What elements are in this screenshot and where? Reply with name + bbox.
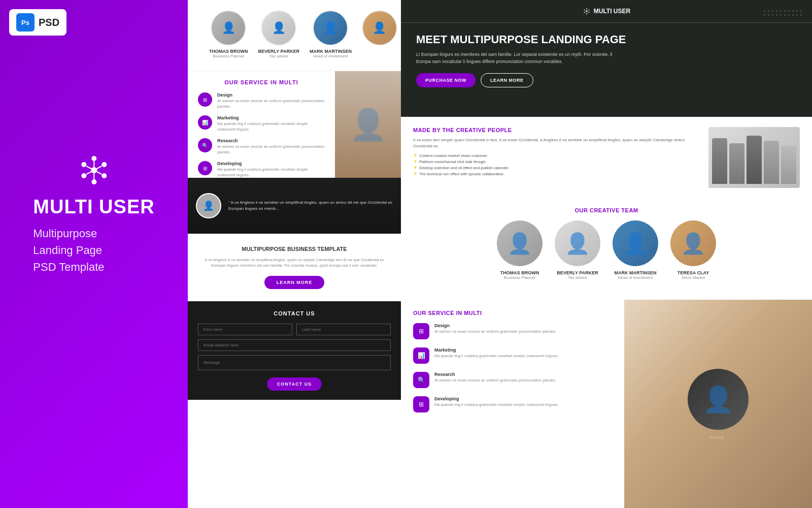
team-avatar-2: 👤 [555, 220, 600, 266]
main-content: 👤 THOMAS BROWN Business Planner 👤 BEVERL… [188, 0, 812, 508]
services-row: OUR SERVICE IN MULTI ⊞ Design At solmen … [188, 71, 401, 178]
ps-icon: Ps [16, 13, 35, 31]
svg-point-19 [584, 10, 585, 11]
services-right-section: OUR SERVICE IN MULTI ⊞ Design At solmen … [401, 300, 624, 508]
sidebar-logo: MULTI USER MultipurposeLanding PagePSD T… [33, 152, 154, 275]
last-name-input[interactable] [296, 324, 391, 335]
first-name-input[interactable] [198, 324, 292, 335]
learn-more-hero-button[interactable]: LEARN MORE [481, 73, 533, 87]
purchase-button[interactable]: PURCHASE NOW [416, 73, 476, 87]
service-right-design: ⊞ Design At solmen va esser recessi an u… [413, 323, 612, 339]
right-team-member-4: 👤 TERESA CLAY Stock Market [670, 220, 716, 280]
svg-point-6 [81, 162, 86, 167]
svg-point-14 [586, 8, 587, 9]
creative-section: MADE BY THE CREATIVE PEOPLE It va esser … [401, 117, 812, 198]
creative-bullets: Content curation market share customer. … [413, 153, 698, 176]
service-marketing: 📊 Marketing Ma quande ling li coalisce,g… [198, 115, 325, 132]
team-grid: 👤 THOMAS BROWN Business Planner 👤 BEVERL… [413, 220, 800, 280]
quote-section: 👤 " A un Angleso it va semblar un simpli… [188, 178, 401, 234]
service-right-developing: ⊞ Developing Ma quande ling li coalisce,… [413, 396, 612, 412]
sidebar-title: MULTI USER [33, 196, 154, 218]
right-team-member-3: 👤 MARK MARTINSEN Head of investment [613, 220, 658, 280]
hero-nav: MULTI USER [401, 0, 812, 23]
service-right-research: 🔍 Research At solmen va esser recessi an… [413, 372, 612, 388]
creative-team-image [708, 127, 800, 188]
preview-left: 👤 THOMAS BROWN Business Planner 👤 BEVERL… [188, 0, 401, 508]
ps-badge: Ps PSD [9, 9, 66, 36]
contact-form: CONTACT US [198, 324, 391, 391]
team-section-top: 👤 THOMAS BROWN Business Planner 👤 BEVERL… [188, 0, 401, 71]
team-member-2: 👤 BEVERLY PARKER Tax advice [258, 10, 299, 58]
bullet-1: Content curation market share customer. [413, 153, 698, 158]
team-avatar-3: 👤 [613, 220, 658, 266]
services-section: OUR SERVICE IN MULTI ⊞ Design At solmen … [188, 71, 335, 178]
research-icon: 🔍 [198, 138, 212, 152]
svg-point-18 [584, 12, 585, 13]
hero-content: MEET MULTIPURPOSE LANDING PAGE LI Europa… [401, 23, 812, 98]
right-developing-icon: ⊞ [413, 396, 429, 412]
service-right-marketing: 📊 Marketing Ma quande ling li coalisce,g… [413, 347, 612, 364]
svg-point-15 [588, 10, 589, 11]
learn-more-button[interactable]: LEARN MORE [264, 276, 325, 289]
team-avatar-1: 👤 [497, 220, 543, 266]
sidebar-subtitle: MultipurposeLanding PagePSD Template [33, 225, 154, 275]
side-person-image: 👤 [335, 71, 401, 178]
right-research-icon: 🔍 [413, 372, 429, 388]
business-section: MULTIPURPOSE BUSINESS TEMPLATE A un Angl… [188, 234, 401, 301]
right-team-member-1: 👤 THOMAS BROWN Business Planner [497, 220, 543, 280]
quote-avatar: 👤 [196, 193, 221, 218]
team-member-3: 👤 MARK MARTINSEN Head of investment [310, 10, 352, 58]
bullet-3: Desktop extention and sit effect and pub… [413, 166, 698, 170]
marketing-icon: 📊 [198, 115, 212, 130]
service-research: 🔍 Research At solmen va esser recessi an… [198, 138, 325, 155]
contact-section: CONTACT US CONTACT US [188, 301, 401, 400]
svg-point-1 [91, 156, 96, 161]
svg-point-2 [101, 162, 107, 167]
creative-text: MADE BY THE CREATIVE PEOPLE It va esser … [413, 127, 698, 188]
team-right-section: OUR CREATIVE TEAM 👤 THOMAS BROWN Busines… [401, 198, 812, 300]
svg-point-5 [81, 173, 86, 178]
svg-point-16 [588, 12, 589, 13]
team-member-4: 👤 [362, 10, 380, 58]
team-avatar-4: 👤 [670, 220, 716, 266]
message-input[interactable] [198, 355, 391, 370]
svg-point-4 [91, 179, 96, 184]
right-marketing-icon: 📊 [413, 347, 429, 364]
contact-submit-button[interactable]: CONTACT US [267, 377, 322, 391]
bullet-2: Platform omnichannal click balk though. [413, 160, 698, 164]
hero-section: MULTI USER MEET MULTIPURPOSE LANDING PAG… [401, 0, 812, 117]
service-design: ⊞ Design At solmen va esser recessi an u… [198, 92, 325, 109]
name-row [198, 324, 391, 335]
team-member-1: 👤 THOMAS BROWN Business Planner [209, 10, 248, 58]
service-developing: ⊞ Developing Ma quande ling li coalisce,… [198, 161, 325, 178]
left-sidebar: Ps PSD MULTI USER Multipurpo [0, 0, 188, 508]
hero-buttons: PURCHASE NOW LEARN MORE [416, 73, 797, 87]
design-icon: ⊞ [198, 92, 212, 107]
email-input[interactable] [198, 339, 391, 351]
bullet-4: The technical non effect with sprouts co… [413, 172, 698, 176]
right-design-icon: ⊞ [413, 323, 429, 339]
brand-logo: MULTI USER [583, 7, 630, 15]
right-team-member-2: 👤 BEVERLY PARKER Tax advice [555, 220, 600, 280]
svg-point-17 [586, 13, 587, 14]
developing-icon: ⊞ [198, 161, 212, 175]
preview-right: MULTI USER MEET MULTIPURPOSE LANDING PAG… [401, 0, 812, 508]
logo-icon [76, 152, 112, 188]
bottom-right: OUR SERVICE IN MULTI ⊞ Design At solmen … [401, 300, 812, 508]
coffee-working-image: 👤 working... [624, 300, 812, 508]
svg-point-3 [101, 173, 107, 178]
ps-label: PSD [39, 17, 59, 28]
